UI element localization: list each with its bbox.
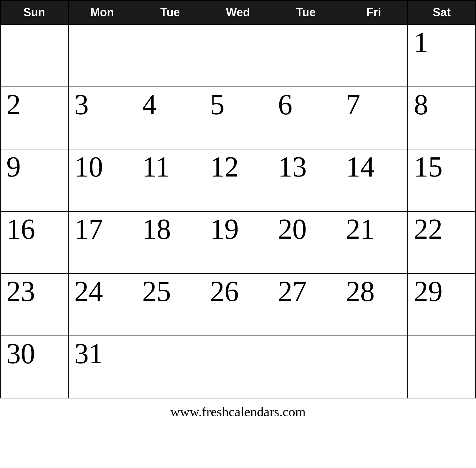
day-number-19: 19 [210,215,266,244]
day-number-28: 28 [346,277,402,306]
day-cell-1-0: 2 [0,87,68,149]
day-cell-3-0: 16 [0,211,68,274]
day-cell-5-1: 31 [68,336,136,398]
day-cell-5-6 [408,336,476,398]
day-cell-2-3: 12 [204,149,272,211]
day-cell-4-4: 27 [272,274,340,336]
day-cell-3-4: 20 [272,211,340,274]
day-number-30: 30 [6,339,62,368]
day-cell-0-6: 1 [408,25,476,87]
calendar-table: Sun Mon Tue Wed Tue Fri Sat 123456789101… [0,0,476,398]
day-number-23: 23 [6,277,62,306]
day-number-11: 11 [142,153,198,181]
header-sun: Sun [0,0,68,25]
day-cell-5-3 [204,336,272,398]
day-cell-4-1: 24 [68,274,136,336]
calendar-body: 1234567891011121314151617181920212223242… [0,25,476,398]
day-number-18: 18 [142,215,198,244]
day-cell-2-0: 9 [0,149,68,211]
day-cell-5-5 [340,336,408,398]
day-cell-1-5: 7 [340,87,408,149]
day-number-2: 2 [6,90,62,119]
day-number-25: 25 [142,277,198,306]
footer-url: www.freshcalendars.com [0,398,476,423]
day-cell-2-5: 14 [340,149,408,211]
day-cell-4-5: 28 [340,274,408,336]
day-cell-1-2: 4 [136,87,204,149]
day-number-9: 9 [6,153,62,181]
day-number-6: 6 [278,90,334,119]
day-number-4: 4 [142,90,198,119]
day-number-8: 8 [414,90,470,119]
week-row-1: 2345678 [0,87,476,149]
day-cell-3-6: 22 [408,211,476,274]
day-number-5: 5 [210,90,266,119]
day-number-24: 24 [74,277,130,306]
day-number-20: 20 [278,215,334,244]
day-number-15: 15 [414,153,470,181]
day-cell-4-2: 25 [136,274,204,336]
day-cell-5-2 [136,336,204,398]
day-cell-3-2: 18 [136,211,204,274]
day-number-7: 7 [346,90,402,119]
header-tue2: Tue [272,0,340,25]
header-wed: Wed [204,0,272,25]
week-row-2: 9101112131415 [0,149,476,211]
day-number-3: 3 [74,90,130,119]
day-cell-1-6: 8 [408,87,476,149]
day-cell-1-3: 5 [204,87,272,149]
day-cell-0-0 [0,25,68,87]
day-number-29: 29 [414,277,470,306]
day-number-14: 14 [346,153,402,181]
day-cell-2-4: 13 [272,149,340,211]
day-number-17: 17 [74,215,130,244]
day-number-21: 21 [346,215,402,244]
day-cell-0-2 [136,25,204,87]
day-cell-3-1: 17 [68,211,136,274]
day-cell-1-4: 6 [272,87,340,149]
day-number-22: 22 [414,215,470,244]
calendar-wrapper: Sun Mon Tue Wed Tue Fri Sat 123456789101… [0,0,476,423]
day-cell-3-3: 19 [204,211,272,274]
day-number-26: 26 [210,277,266,306]
day-number-10: 10 [74,153,130,181]
day-cell-5-0: 30 [0,336,68,398]
day-cell-2-1: 10 [68,149,136,211]
day-cell-5-4 [272,336,340,398]
day-cell-3-5: 21 [340,211,408,274]
week-row-5: 3031 [0,336,476,398]
header-fri: Fri [340,0,408,25]
header-sat: Sat [408,0,476,25]
day-cell-4-3: 26 [204,274,272,336]
header-row: Sun Mon Tue Wed Tue Fri Sat [0,0,476,25]
header-tue1: Tue [136,0,204,25]
day-number-12: 12 [210,153,266,181]
day-cell-2-6: 15 [408,149,476,211]
day-cell-2-2: 11 [136,149,204,211]
day-cell-0-5 [340,25,408,87]
day-cell-1-1: 3 [68,87,136,149]
week-row-4: 23242526272829 [0,274,476,336]
day-number-1: 1 [414,28,470,57]
day-number-16: 16 [6,215,62,244]
week-row-0: 1 [0,25,476,87]
day-number-13: 13 [278,153,334,181]
day-number-31: 31 [74,339,130,368]
day-cell-0-4 [272,25,340,87]
day-cell-0-1 [68,25,136,87]
day-cell-4-6: 29 [408,274,476,336]
day-cell-4-0: 23 [0,274,68,336]
week-row-3: 16171819202122 [0,211,476,274]
day-cell-0-3 [204,25,272,87]
calendar-header: Sun Mon Tue Wed Tue Fri Sat [0,0,476,25]
day-number-27: 27 [278,277,334,306]
header-mon: Mon [68,0,136,25]
